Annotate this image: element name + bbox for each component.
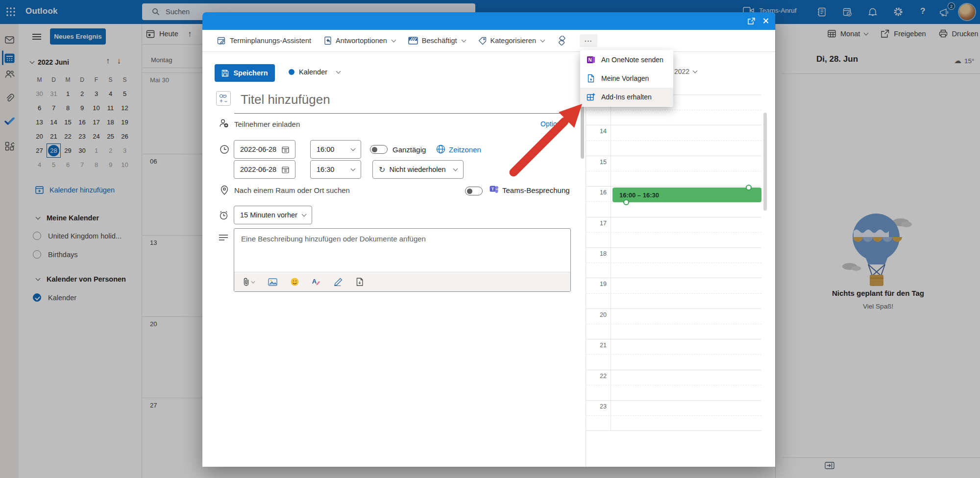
menu-item-addins[interactable]: Add-Ins erhalten: [580, 88, 673, 106]
categorize-label: Kategorisieren: [490, 37, 537, 45]
reminder-select[interactable]: 15 Minuten vorher: [234, 206, 312, 224]
half-hour-line: [586, 171, 761, 171]
calendar-selector-label: Kalender: [299, 68, 327, 76]
chevron-down-icon: [336, 69, 341, 74]
teams-meeting-toggle[interactable]: [465, 187, 483, 195]
font-color-button[interactable]: A: [312, 278, 320, 287]
half-hour-line: [586, 110, 761, 110]
description-editor[interactable]: Eine Beschreibung hinzufügen oder Dokume…: [234, 228, 571, 292]
preview-date-label: 2022: [674, 68, 689, 75]
response-options-button[interactable]: Antwortoptionen: [324, 36, 395, 45]
half-hour-line: [586, 263, 761, 263]
location-pin-icon: [220, 185, 229, 195]
svg-text:T: T: [491, 187, 494, 191]
start-date-value: 2022-06-28: [240, 145, 278, 153]
attendees-input[interactable]: Teilnehmer einladen: [234, 120, 300, 128]
onenote-icon: N: [587, 55, 595, 64]
hour-line: [586, 430, 761, 431]
save-button[interactable]: Speichern: [215, 64, 275, 82]
save-label: Speichern: [233, 69, 268, 77]
half-hour-line: [586, 232, 761, 233]
hour-label: 14: [587, 128, 607, 135]
chevron-down-icon: [461, 38, 466, 43]
hour-line: [586, 156, 761, 156]
scheduling-assistant-icon: [217, 36, 226, 45]
chevron-down-icon: [391, 38, 396, 43]
menu-item-label: An OneNote senden: [601, 56, 663, 64]
hour-label: 23: [587, 403, 607, 410]
repeat-select[interactable]: ↻ Nicht wiederholen: [372, 160, 464, 179]
link-icon[interactable]: [557, 36, 567, 46]
calendar-icon: [282, 146, 289, 153]
hour-line: [586, 186, 761, 187]
menu-item-label: Meine Vorlagen: [601, 74, 649, 82]
popout-icon[interactable]: [748, 18, 755, 24]
teams-icon: T: [490, 185, 499, 194]
editor-toolbar: A: [234, 272, 570, 291]
chevron-down-icon: [251, 279, 255, 283]
optional-attendees-link[interactable]: Optional: [540, 120, 566, 128]
half-hour-line: [586, 324, 761, 324]
menu-item-label: Add-Ins erhalten: [601, 93, 652, 101]
start-time-value: 16:00: [317, 145, 347, 153]
new-event-dialog: Terminplanungs-Assistent Antwortoptionen…: [202, 12, 775, 467]
hour-line: [586, 217, 761, 217]
teams-meeting-label: Teams-Besprechung: [502, 186, 570, 194]
hour-line: [586, 278, 761, 278]
all-day-toggle[interactable]: [370, 145, 388, 154]
globe-icon: [436, 144, 445, 154]
insert-image-button[interactable]: [268, 278, 277, 286]
hour-label: 15: [587, 159, 607, 166]
menu-item-onenote[interactable]: NAn OneNote senden: [580, 50, 673, 69]
preview-scrollbar[interactable]: [763, 113, 767, 211]
chevron-down-icon: [351, 167, 356, 171]
hour-label: 20: [587, 311, 607, 318]
hour-label: 19: [587, 281, 607, 287]
title-input[interactable]: Titel hinzufügen: [241, 92, 330, 107]
repeat-icon: ↻: [379, 165, 385, 174]
attach-file-button[interactable]: [243, 278, 255, 286]
svg-text:N: N: [588, 57, 591, 63]
draw-pen-button[interactable]: [334, 278, 343, 286]
start-date-input[interactable]: 2022-06-28: [234, 140, 295, 159]
calendar-icon: [282, 166, 289, 173]
hour-label: 16: [587, 189, 607, 196]
tag-icon: [478, 37, 487, 45]
calendar-selector[interactable]: Kalender: [289, 68, 340, 76]
end-time-select[interactable]: 16:30: [310, 160, 361, 179]
invite-attendees-icon: [219, 119, 229, 128]
hour-line: [586, 125, 761, 125]
dialog-toolbar: Terminplanungs-Assistent Antwortoptionen…: [202, 30, 775, 52]
resize-handle-top[interactable]: [746, 185, 752, 191]
more-options-button[interactable]: ···: [580, 34, 597, 47]
menu-item-templates[interactable]: Meine Vorlagen: [580, 69, 673, 88]
location-input[interactable]: Nach einem Raum oder Ort suchen: [234, 186, 350, 194]
start-time-select[interactable]: 16:00: [310, 140, 361, 159]
chevron-down-icon: [302, 212, 307, 217]
clock-icon: [220, 144, 229, 154]
busy-status-label: Beschäftigt: [422, 37, 457, 45]
hour-label: 18: [587, 250, 607, 257]
description-placeholder: Eine Beschreibung hinzufügen oder Dokume…: [234, 229, 570, 249]
hour-line: [586, 309, 761, 309]
hour-label: 21: [587, 342, 607, 349]
end-time-value: 16:30: [317, 166, 347, 173]
event-block[interactable]: 16:00 – 16:30: [612, 188, 761, 202]
preview-date-selector[interactable]: 2022: [674, 68, 697, 75]
emoji-button[interactable]: [291, 278, 299, 286]
categorize-button[interactable]: Kategorisieren: [478, 37, 545, 45]
hour-label: 22: [587, 373, 607, 380]
timezones-link[interactable]: Zeitzonen: [449, 145, 481, 154]
hour-line: [586, 400, 761, 401]
end-date-value: 2022-06-28: [240, 166, 278, 173]
dialog-body: Speichern Kalender Titel hinzufügen: [202, 52, 775, 467]
all-day-label: Ganztägig: [392, 145, 426, 154]
hour-line: [586, 247, 761, 248]
charm-picker-icon[interactable]: [216, 91, 231, 106]
insert-document-button[interactable]: [356, 278, 363, 286]
scheduling-assistant-button[interactable]: Terminplanungs-Assistent: [217, 36, 311, 45]
event-time-label: 16:00 – 16:30: [619, 191, 659, 199]
show-as-busy-button[interactable]: Beschäftigt: [408, 37, 466, 45]
end-date-input[interactable]: 2022-06-28: [234, 160, 295, 179]
resize-handle-bottom[interactable]: [623, 199, 629, 205]
